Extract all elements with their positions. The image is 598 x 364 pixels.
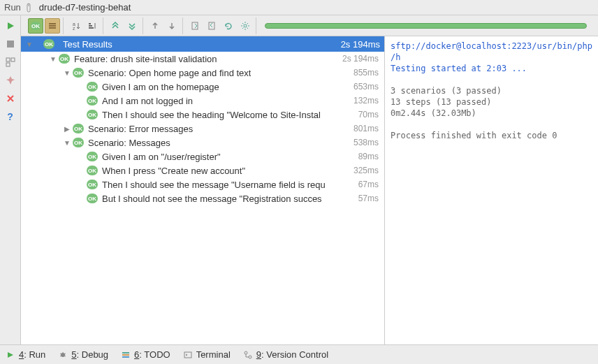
- todo-icon: [121, 350, 131, 360]
- test-label: But I should not see the message "Regist…: [102, 194, 322, 204]
- svg-rect-8: [49, 25, 56, 27]
- layout-button[interactable]: [4, 56, 17, 68]
- test-toolbar: OK az: [21, 15, 598, 36]
- play-icon: [6, 350, 15, 360]
- console-line: 13 steps (13 passed): [391, 96, 592, 108]
- svg-rect-12: [89, 23, 91, 24]
- run-button[interactable]: [4, 20, 17, 32]
- test-tree-row[interactable]: OKGiven I am on "/user/register"89ms: [21, 150, 384, 163]
- test-tree-row[interactable]: ▼OKScenario: Open home page and find tex…: [21, 66, 384, 80]
- titlebar: Run drude-d7-testing-behat: [0, 0, 598, 15]
- next-failed-button[interactable]: [164, 18, 180, 34]
- expand-all-button[interactable]: [124, 18, 140, 34]
- close-button[interactable]: [4, 92, 17, 105]
- stop-button[interactable]: [4, 38, 17, 50]
- show-passed-toggle[interactable]: OK: [28, 18, 43, 34]
- test-label: When I press "Create new account": [102, 166, 245, 176]
- tab-todo[interactable]: 6: TODO: [121, 349, 170, 360]
- test-duration: 325ms: [353, 166, 379, 175]
- svg-rect-20: [122, 354, 129, 356]
- show-ignored-toggle[interactable]: [45, 18, 60, 34]
- test-tree: ▼ OK Test Results 2s 194ms ▼OKFeature: d…: [21, 36, 385, 344]
- ok-badge: OK: [87, 194, 98, 203]
- test-tree-row[interactable]: ▶OKScenario: Error messages801ms: [21, 122, 384, 136]
- test-label: Given I am on the homepage: [102, 82, 219, 92]
- svg-rect-2: [6, 58, 10, 61]
- svg-rect-3: [11, 58, 15, 61]
- test-duration: 801ms: [353, 124, 379, 133]
- collapse-all-button[interactable]: [108, 18, 123, 34]
- ok-badge: OK: [87, 82, 98, 92]
- chevron-down-icon[interactable]: ▼: [63, 69, 71, 77]
- test-tree-row[interactable]: ▼OKScenario: Messages538ms: [21, 136, 384, 150]
- test-label: Given I am on "/user/register": [102, 152, 221, 162]
- svg-rect-4: [6, 63, 10, 66]
- import-button[interactable]: [204, 18, 219, 34]
- ok-badge: OK: [43, 39, 54, 49]
- test-duration: 132ms: [353, 96, 379, 105]
- console-line: 0m2.44s (32.03Mb): [391, 108, 592, 119]
- tab-label: 9: Version Control: [256, 349, 328, 360]
- tab-label: 4: Run: [19, 349, 45, 360]
- test-tree-row[interactable]: OKAnd I am not logged in132ms: [21, 94, 384, 108]
- test-label: Then I should see the message "Username …: [102, 180, 326, 190]
- test-results-header[interactable]: ▼ OK Test Results 2s 194ms: [21, 36, 384, 52]
- test-tree-row[interactable]: OKThen I should see the message "Usernam…: [21, 177, 384, 191]
- tab-label: 5: Debug: [71, 349, 108, 360]
- prev-failed-button[interactable]: [147, 18, 163, 34]
- rerun-failed-button[interactable]: [221, 18, 236, 34]
- ok-badge: OK: [59, 54, 70, 64]
- test-duration: 855ms: [353, 68, 379, 78]
- test-label: Scenario: Error messages: [88, 124, 193, 134]
- ok-badge: OK: [87, 166, 98, 175]
- sort-duration-button[interactable]: [85, 18, 100, 34]
- test-tree-row[interactable]: OKBut I should not see the message "Regi…: [21, 191, 384, 205]
- tab-terminal[interactable]: Terminal: [183, 349, 231, 360]
- tab-vcs[interactable]: 9: Version Control: [243, 349, 328, 360]
- run-gutter: ?: [0, 15, 21, 344]
- ok-badge: OK: [73, 138, 84, 147]
- vcs-icon: [243, 350, 253, 360]
- terminal-icon: [183, 350, 193, 360]
- chevron-down-icon: ▼: [25, 41, 34, 48]
- sort-alpha-button[interactable]: az: [68, 18, 83, 34]
- console-line: Testing started at 2:03 ...: [391, 63, 592, 74]
- svg-point-17: [244, 24, 247, 27]
- help-button[interactable]: ?: [4, 110, 17, 123]
- tab-label: 6: TODO: [134, 349, 170, 360]
- test-tree-row[interactable]: OKWhen I press "Create new account"325ms: [21, 163, 384, 177]
- test-tree-row[interactable]: ▼OKFeature: drush site-install validatio…: [21, 52, 384, 66]
- test-tree-row[interactable]: OKGiven I am on the homepage653ms: [21, 80, 384, 94]
- svg-text:OK: OK: [31, 23, 40, 29]
- run-config-icon: [25, 3, 35, 13]
- svg-rect-21: [122, 356, 129, 358]
- test-label: Scenario: Messages: [88, 138, 170, 148]
- pin-button[interactable]: [4, 74, 17, 87]
- svg-rect-19: [122, 352, 129, 354]
- tab-debug[interactable]: 5: Debug: [58, 349, 108, 360]
- console-line: sftp://docker@localhost:2223/usr/bin/php…: [391, 41, 592, 63]
- test-duration: 89ms: [358, 152, 379, 161]
- tab-run[interactable]: 4: Run: [6, 349, 45, 360]
- export-button[interactable]: [187, 18, 203, 34]
- test-duration: 67ms: [358, 180, 379, 189]
- chevron-down-icon[interactable]: ▼: [49, 55, 57, 63]
- test-label: Feature: drush site-install validation: [74, 54, 217, 64]
- test-duration: 538ms: [353, 138, 379, 147]
- titlebar-config-name: drude-d7-testing-behat: [39, 2, 131, 13]
- chevron-right-icon[interactable]: ▶: [63, 125, 71, 133]
- chevron-down-icon[interactable]: ▼: [63, 139, 71, 147]
- test-results-title: Test Results: [63, 39, 112, 50]
- tab-label: Terminal: [196, 349, 231, 360]
- test-console[interactable]: sftp://docker@localhost:2223/usr/bin/php…: [385, 36, 598, 344]
- ok-badge: OK: [73, 68, 84, 78]
- svg-text:z: z: [73, 26, 75, 31]
- settings-button[interactable]: [238, 18, 253, 34]
- ok-badge: OK: [87, 152, 98, 161]
- test-duration: 57ms: [358, 194, 379, 203]
- test-tree-row[interactable]: OKThen I should see the heading "Welcome…: [21, 108, 384, 122]
- bottom-tool-tabs: 4: Run 5: Debug 6: TODO Terminal 9: Vers…: [0, 344, 598, 364]
- test-duration: 2s 194ms: [342, 54, 379, 64]
- test-label: Then I should see the heading "Welcome t…: [102, 110, 321, 120]
- test-duration: 70ms: [358, 110, 379, 119]
